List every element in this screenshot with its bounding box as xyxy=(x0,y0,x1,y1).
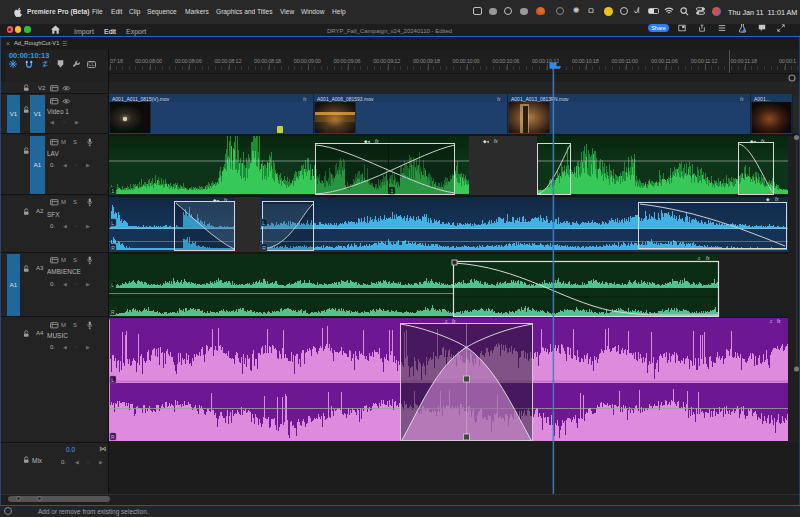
svg-text:A001_A006_081593.mov: A001_A006_081593.mov xyxy=(317,96,374,102)
svg-text:R: R xyxy=(111,245,115,251)
svg-text:R: R xyxy=(111,434,115,440)
svg-text:R: R xyxy=(262,245,266,251)
svg-text:R: R xyxy=(111,309,115,315)
svg-text:◆◂: ◆◂ xyxy=(483,139,489,144)
svg-text:L: L xyxy=(111,282,114,288)
svg-text:◆◂: ◆◂ xyxy=(213,198,219,203)
svg-text:♫: ♫ xyxy=(697,255,701,261)
svg-text:1: 1 xyxy=(112,188,115,194)
svg-text:◆◂: ◆◂ xyxy=(750,139,756,144)
svg-text:♫: ♫ xyxy=(444,318,448,324)
svg-text:L: L xyxy=(111,377,114,383)
svg-text:1: 1 xyxy=(391,188,394,194)
svg-text:A001...: A001... xyxy=(754,96,770,102)
svg-text:A001_A011_0815(V).mov: A001_A011_0815(V).mov xyxy=(112,96,170,102)
svg-text:◆: ◆ xyxy=(766,197,770,202)
svg-text:A001_A013_0813FN.mov: A001_A013_0813FN.mov xyxy=(511,96,569,102)
svg-text:L: L xyxy=(262,220,265,226)
svg-text:♫: ♫ xyxy=(769,318,773,324)
svg-text:L: L xyxy=(111,220,114,226)
svg-text:◆◂: ◆◂ xyxy=(364,139,370,144)
